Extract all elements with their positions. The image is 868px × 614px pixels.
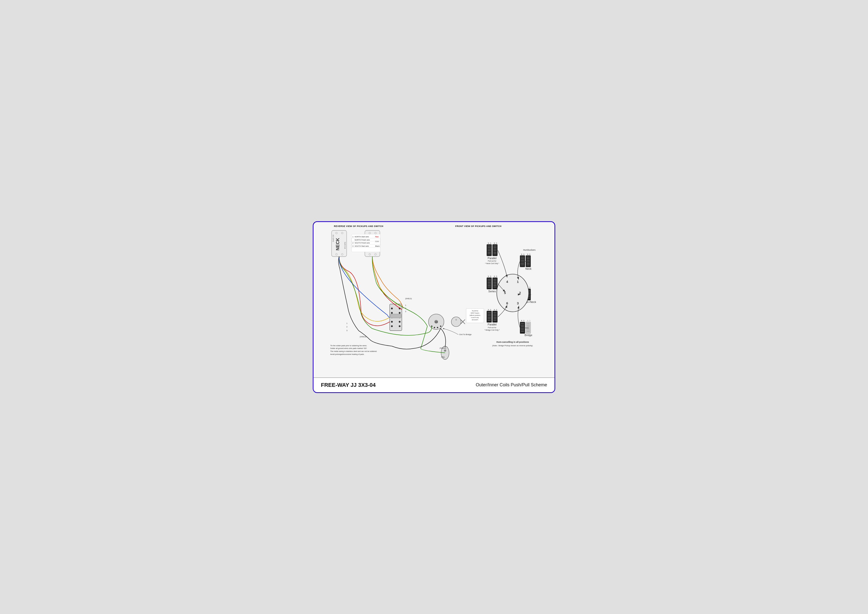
- svg-text:* Bridge Coil Only *: * Bridge Coil Only *: [485, 329, 499, 331]
- svg-text:Push/Pull: Push/Pull: [472, 310, 478, 312]
- svg-text:3: 3: [517, 301, 519, 305]
- svg-text:N: N: [521, 253, 522, 255]
- svg-text:N: N: [494, 309, 495, 310]
- svg-text:Bridge: Bridge: [525, 333, 532, 336]
- svg-rect-124: [488, 281, 491, 281]
- svg-text:North Coil: North Coil: [344, 242, 346, 249]
- svg-rect-153: [527, 296, 530, 297]
- svg-rect-169: [493, 313, 497, 314]
- svg-rect-93: [493, 252, 497, 253]
- svg-line-69: [461, 319, 465, 324]
- svg-text:5: 5: [504, 291, 506, 295]
- svg-text:1: 1: [405, 304, 406, 306]
- svg-rect-105: [521, 258, 524, 259]
- svg-text:* Neck Coil Only *: * Neck Coil Only *: [485, 263, 499, 265]
- svg-rect-193: [527, 329, 530, 330]
- svg-text:Humbuckers: Humbuckers: [523, 249, 536, 251]
- svg-text:Avoid prolonged/excessive heat: Avoid prolonged/excessive heating of pad…: [330, 353, 364, 355]
- svg-point-6: [336, 232, 337, 234]
- svg-rect-165: [488, 318, 491, 319]
- svg-rect-94: [493, 253, 497, 254]
- svg-rect-113: [527, 260, 530, 260]
- svg-text:North Coil: North Coil: [377, 242, 379, 249]
- svg-rect-160: [487, 311, 491, 323]
- svg-text:1: 1: [346, 323, 347, 324]
- svg-point-38: [391, 312, 393, 313]
- svg-rect-164: [488, 317, 491, 318]
- svg-rect-10: [365, 230, 380, 257]
- svg-text:S: S: [490, 309, 491, 310]
- svg-rect-149: [527, 290, 530, 291]
- svg-rect-128: [488, 287, 491, 287]
- svg-rect-111: [527, 257, 530, 257]
- svg-point-41: [399, 316, 401, 318]
- svg-rect-143: [521, 291, 524, 292]
- svg-text:Vol: Vol: [435, 321, 438, 323]
- svg-rect-90: [493, 247, 497, 248]
- svg-rect-183: [521, 328, 524, 329]
- svg-rect-2: [332, 230, 347, 257]
- svg-rect-132: [493, 282, 497, 283]
- svg-rect-145: [521, 295, 524, 295]
- svg-text:Red: Red: [375, 236, 378, 237]
- svg-rect-135: [493, 287, 497, 287]
- svg-rect-162: [488, 313, 491, 314]
- svg-rect-147: [521, 298, 524, 298]
- svg-text:South Coil: South Coil: [366, 235, 367, 242]
- svg-rect-189: [527, 323, 530, 324]
- svg-text:Hum-cancelling in all position: Hum-cancelling in all positions: [496, 341, 529, 343]
- footer-title-left: FREE-WAY JJ 3X3-04: [321, 382, 376, 388]
- svg-rect-181: [521, 325, 524, 326]
- page: REVERSE VIEW OF PICKUPS AND SWITCH FRONT…: [313, 221, 555, 393]
- svg-text:Solder all ground wires onto p: Solder all ground wires onto pads marked…: [330, 347, 367, 349]
- svg-rect-122: [487, 278, 491, 289]
- svg-text:4 and 6 only,: 4 and 6 only,: [471, 316, 479, 318]
- svg-text:3: 3: [352, 245, 353, 247]
- svg-rect-92: [493, 250, 497, 251]
- svg-text:S: S: [529, 320, 530, 321]
- svg-rect-125: [488, 282, 491, 283]
- svg-point-43: [399, 321, 401, 323]
- svg-point-56: [441, 346, 449, 359]
- svg-text:N: N: [521, 320, 522, 321]
- svg-text:N: N: [488, 309, 489, 310]
- svg-text:©: ©: [456, 319, 457, 321]
- svg-rect-109: [521, 265, 524, 265]
- svg-text:FRONT VIEW OF PICKUPS AND SWIT: FRONT VIEW OF PICKUPS AND SWITCH: [455, 225, 502, 227]
- svg-rect-182: [521, 326, 524, 327]
- svg-rect-141: [520, 288, 525, 300]
- svg-rect-88: [493, 244, 498, 256]
- svg-text:DPDT Switch: DPDT Switch: [471, 312, 479, 314]
- svg-text:S: S: [523, 253, 524, 255]
- svg-rect-154: [527, 298, 530, 298]
- svg-text:Grd To Bridge: Grd To Bridge: [459, 333, 471, 335]
- svg-rect-46: [391, 314, 401, 318]
- svg-text:4: 4: [506, 280, 508, 284]
- svg-text:2: 2: [405, 307, 406, 309]
- svg-point-7: [341, 232, 343, 234]
- svg-text:S: S: [496, 242, 497, 244]
- svg-rect-85: [488, 250, 491, 251]
- svg-rect-115: [527, 263, 530, 264]
- svg-rect-167: [493, 311, 498, 323]
- svg-text:N: N: [488, 276, 489, 277]
- svg-text:Pull out for: Pull out for: [488, 327, 497, 329]
- svg-text:S: S: [496, 276, 497, 277]
- svg-rect-86: [488, 252, 491, 253]
- svg-text:SOUTH Finish wire: SOUTH Finish wire: [355, 242, 370, 244]
- svg-text:S: S: [490, 276, 491, 277]
- svg-point-16: [369, 253, 370, 255]
- svg-text:1: 1: [517, 280, 519, 284]
- svg-point-54: [451, 317, 461, 326]
- svg-point-48: [434, 320, 438, 323]
- svg-rect-91: [493, 249, 497, 250]
- svg-text:SOUTH Start wire: SOUTH Start wire: [355, 245, 369, 247]
- svg-text:N: N: [527, 253, 528, 255]
- svg-text:(affects positions: (affects positions: [470, 314, 480, 316]
- svg-text:1: 1: [352, 236, 353, 237]
- svg-rect-84: [488, 249, 491, 250]
- svg-rect-150: [527, 291, 530, 292]
- svg-text:3: 3: [346, 329, 347, 331]
- svg-text:South Coil: South Coil: [332, 235, 334, 242]
- svg-text:S: S: [529, 253, 530, 255]
